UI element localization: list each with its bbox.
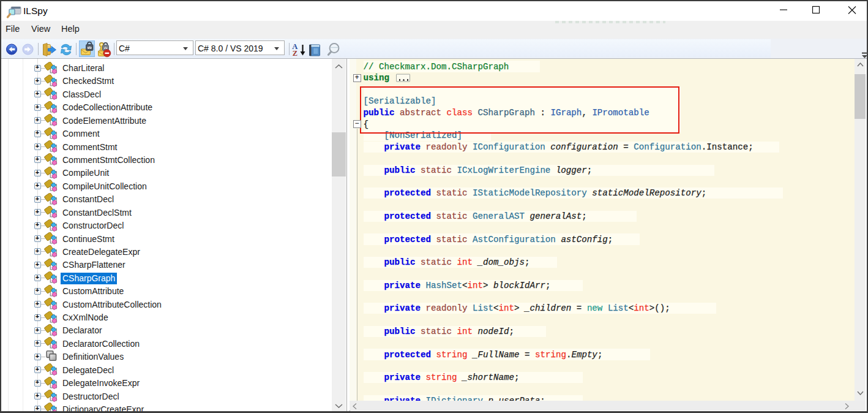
svg-text:Z: Z [293,49,297,58]
